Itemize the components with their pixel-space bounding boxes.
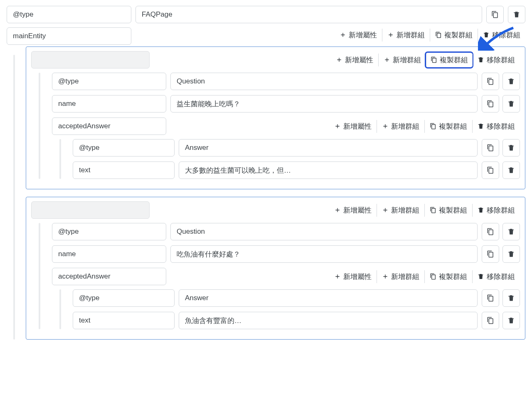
- trash-icon: [507, 144, 515, 152]
- add-property-button[interactable]: 新增屬性: [329, 270, 377, 283]
- question-group: 新增屬性 新增群組 複製群組 移除群組: [26, 197, 525, 340]
- key-input[interactable]: [52, 95, 166, 113]
- copy-icon: [430, 123, 436, 130]
- trash-icon: [483, 32, 490, 38]
- plus-icon: [387, 32, 394, 38]
- key-input[interactable]: [73, 312, 175, 329]
- remove-group-button[interactable]: 移除群組: [472, 120, 520, 133]
- value-input[interactable]: [179, 139, 478, 157]
- add-property-label: 新增屬性: [343, 272, 372, 281]
- remove-group-button[interactable]: 移除群組: [472, 270, 520, 283]
- trash-icon: [513, 11, 520, 18]
- value-input[interactable]: [179, 312, 478, 329]
- answer-text-row: [73, 312, 520, 329]
- copy-button[interactable]: [482, 95, 499, 113]
- copy-group-button[interactable]: 複製群組: [424, 120, 472, 133]
- question-name-row: [52, 95, 520, 113]
- copy-group-button-highlighted[interactable]: 複製群組: [426, 53, 472, 67]
- copy-group-button[interactable]: 複製群組: [424, 270, 472, 283]
- delete-button[interactable]: [502, 139, 520, 157]
- key-input[interactable]: [73, 139, 175, 157]
- group-label-input[interactable]: [31, 51, 150, 68]
- trash-icon: [507, 250, 515, 258]
- add-property-label: 新增屬性: [343, 206, 372, 215]
- delete-button[interactable]: [502, 223, 520, 240]
- add-group-button[interactable]: 新增群組: [382, 29, 430, 42]
- value-input[interactable]: [170, 245, 478, 263]
- trash-icon: [507, 78, 515, 85]
- key-input[interactable]: [73, 289, 175, 307]
- add-property-label: 新增屬性: [345, 55, 373, 65]
- delete-button[interactable]: [502, 289, 520, 307]
- copy-button[interactable]: [482, 245, 499, 263]
- add-property-button[interactable]: 新增屬性: [331, 54, 378, 66]
- add-group-button[interactable]: 新增群組: [377, 204, 424, 217]
- value-input[interactable]: [170, 223, 478, 240]
- remove-group-label: 移除群組: [487, 272, 515, 281]
- group-toolbar: 新增屬性 新增群組 複製群組 移除群組: [329, 203, 520, 218]
- delete-button[interactable]: [502, 95, 520, 113]
- root-type-value[interactable]: [135, 6, 482, 23]
- remove-group-button[interactable]: 移除群組: [478, 29, 525, 42]
- copy-icon: [431, 56, 437, 63]
- copy-button[interactable]: [486, 6, 504, 23]
- add-property-button[interactable]: 新增屬性: [335, 29, 382, 42]
- add-property-button[interactable]: 新增屬性: [329, 204, 377, 217]
- key-input[interactable]: [52, 73, 166, 90]
- copy-group-button[interactable]: 複製群組: [430, 29, 478, 42]
- delete-button[interactable]: [502, 312, 520, 329]
- add-group-button[interactable]: 新增群組: [377, 270, 424, 283]
- copy-icon: [435, 32, 442, 38]
- answer-type-row: [73, 289, 520, 307]
- plus-icon: [382, 123, 389, 130]
- key-input[interactable]: [73, 161, 175, 179]
- plus-icon: [336, 56, 342, 63]
- copy-group-label: 複製群組: [439, 122, 467, 131]
- trash-icon: [507, 317, 515, 324]
- root-type-key[interactable]: [7, 6, 131, 23]
- main-entity-key[interactable]: [7, 27, 131, 45]
- add-group-button[interactable]: 新增群組: [378, 54, 426, 66]
- plus-icon: [340, 32, 346, 38]
- copy-icon: [487, 250, 494, 258]
- accepted-answer-key[interactable]: acceptedAnswer: [52, 268, 166, 285]
- delete-button[interactable]: [502, 245, 520, 263]
- value-input[interactable]: [170, 73, 478, 90]
- value-input[interactable]: [179, 161, 478, 179]
- delete-button[interactable]: [502, 161, 520, 179]
- copy-icon: [487, 317, 494, 324]
- add-property-button[interactable]: 新增屬性: [329, 120, 377, 133]
- accepted-answer-key[interactable]: acceptedAnswer: [52, 117, 166, 135]
- remove-group-button[interactable]: 移除群組: [472, 204, 520, 217]
- trash-icon: [478, 273, 484, 280]
- add-property-label: 新增屬性: [349, 30, 377, 40]
- delete-button[interactable]: [508, 6, 525, 23]
- remove-group-label: 移除群組: [492, 30, 520, 40]
- copy-icon: [487, 144, 494, 152]
- copy-button[interactable]: [482, 312, 499, 329]
- plus-icon: [382, 207, 389, 213]
- copy-icon: [487, 100, 494, 108]
- key-input[interactable]: [52, 223, 166, 240]
- key-input[interactable]: [52, 245, 166, 263]
- group-toolbar: 新增屬性 新增群組 複製群組 移除群組: [331, 52, 520, 67]
- add-group-button[interactable]: 新增群組: [377, 120, 424, 133]
- copy-icon: [487, 294, 494, 302]
- remove-group-button[interactable]: 移除群組: [472, 54, 520, 66]
- question-name-row: [52, 245, 520, 263]
- copy-icon: [487, 166, 494, 174]
- copy-icon: [430, 273, 436, 280]
- value-input[interactable]: [170, 95, 478, 113]
- copy-button[interactable]: [482, 73, 499, 90]
- copy-button[interactable]: [482, 223, 499, 240]
- group-label-input[interactable]: [31, 201, 150, 219]
- question-type-row: [52, 73, 520, 90]
- remove-group-label: 移除群組: [487, 206, 515, 215]
- copy-button[interactable]: [482, 139, 499, 157]
- delete-button[interactable]: [502, 73, 520, 90]
- copy-button[interactable]: [482, 161, 499, 179]
- copy-group-button[interactable]: 複製群組: [424, 204, 472, 217]
- trash-icon: [478, 207, 484, 213]
- value-input[interactable]: [179, 289, 478, 307]
- copy-button[interactable]: [482, 289, 499, 307]
